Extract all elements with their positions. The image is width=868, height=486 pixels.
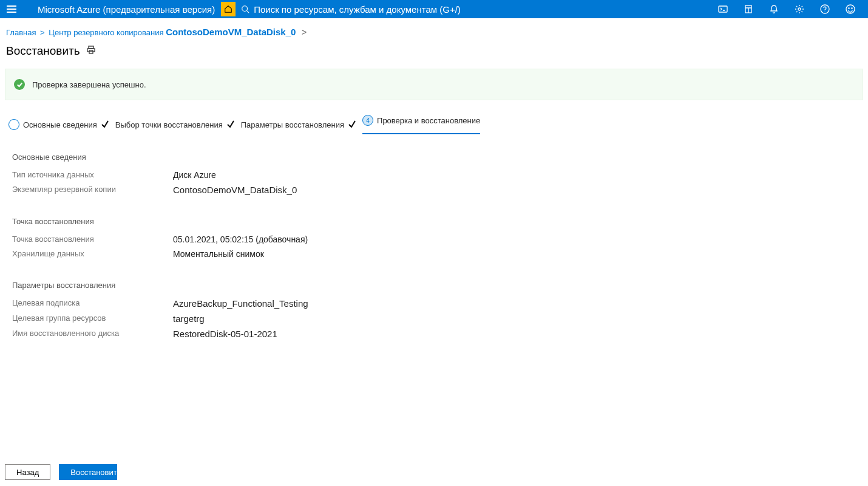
check-icon	[101, 120, 109, 130]
breadcrumb: Главная > Центр резервного копирования C…	[0, 18, 868, 42]
svg-point-5	[821, 5, 829, 13]
search-icon	[239, 5, 251, 13]
target-rg-value: targetrg	[173, 313, 205, 324]
step-number-icon: 4	[362, 115, 373, 126]
search-placeholder: Поиск по ресурсам, службам и документам …	[251, 4, 461, 15]
notifications-icon[interactable]	[761, 0, 787, 18]
review-content: Основные сведения Тип источника данных Д…	[0, 134, 868, 379]
breadcrumb-backup-center[interactable]: Центр резервного копирования	[49, 28, 163, 37]
target-rg-label: Целевая группа ресурсов	[12, 313, 173, 324]
section-title: Основные сведения	[12, 152, 856, 162]
breadcrumb-separator-icon: >	[38, 28, 47, 37]
restore-point-value: 05.01.2021, 05:02:15 (добавочная)	[173, 234, 308, 244]
step-label: Выбор точки восстановления	[115, 120, 223, 129]
check-icon	[348, 120, 356, 130]
step-restore-params[interactable]: Параметры восстановления	[241, 120, 356, 130]
step-restore-point[interactable]: Выбор точки восстановления	[115, 120, 235, 130]
cloud-shell-icon[interactable]	[710, 0, 736, 18]
check-icon	[226, 120, 235, 130]
step-circle-icon	[8, 119, 19, 130]
page-title: Восстановить	[6, 44, 80, 58]
restore-point-label: Точка восстановления	[12, 234, 173, 244]
breadcrumb-current: ContosoDemoVM_DataDisk_0	[166, 27, 296, 37]
target-subscription-label: Целевая подписка	[12, 298, 173, 309]
step-label: Параметры восстановления	[241, 120, 344, 129]
backup-instance-value: ContosoDemoVM_DataDisk_0	[173, 185, 297, 195]
step-label: Основные сведения	[23, 120, 97, 129]
svg-point-4	[798, 8, 801, 10]
section-title: Параметры восстановления	[12, 281, 856, 290]
svg-point-8	[852, 8, 852, 9]
datasource-type-value: Диск Azure	[173, 170, 216, 180]
top-bar: Microsoft Azure (предварительная версия)…	[0, 0, 868, 18]
section-title: Точка восстановления	[12, 217, 856, 226]
home-icon[interactable]	[221, 2, 236, 16]
restored-disk-name-value: RestoredDisk-05-01-2021	[173, 329, 277, 339]
restore-button[interactable]: Восстановить	[59, 464, 117, 480]
settings-icon[interactable]	[787, 0, 812, 18]
validation-banner: Проверка завершена успешно.	[5, 69, 863, 100]
page-title-row: Восстановить	[0, 42, 868, 69]
step-label: Проверка и восстановление	[377, 116, 480, 125]
directory-icon[interactable]	[736, 0, 761, 18]
svg-point-0	[242, 6, 248, 12]
svg-line-1	[247, 11, 249, 13]
validation-message: Проверка завершена успешно.	[32, 80, 146, 89]
brand-label: Microsoft Azure (предварительная версия)	[23, 4, 221, 15]
datastore-value: Моментальный снимок	[173, 249, 264, 259]
wizard-footer: Назад Восстановить	[5, 464, 117, 480]
wizard-steps: Основные сведения Выбор точки восстановл…	[0, 115, 868, 134]
top-actions	[710, 0, 868, 18]
success-icon	[14, 79, 25, 90]
chevron-right-icon: >	[298, 27, 307, 37]
svg-rect-2	[719, 6, 727, 12]
step-review-restore[interactable]: 4 Проверка и восстановление	[362, 115, 480, 134]
restored-disk-name-label: Имя восстановленного диска	[12, 329, 173, 339]
back-button[interactable]: Назад	[5, 464, 50, 480]
print-icon[interactable]	[86, 44, 96, 58]
help-icon[interactable]	[812, 0, 838, 18]
backup-instance-label: Экземпляр резервной копии	[12, 185, 173, 195]
breadcrumb-home[interactable]: Главная	[6, 28, 36, 37]
datasource-type-label: Тип источника данных	[12, 170, 173, 180]
target-subscription-value: AzureBackup_Functional_Testing	[173, 298, 308, 309]
feedback-icon[interactable]	[838, 0, 863, 18]
section-restore-params: Параметры восстановления Целевая подписк…	[12, 281, 856, 339]
svg-point-7	[849, 8, 849, 9]
menu-icon[interactable]	[0, 0, 23, 18]
global-search[interactable]: Поиск по ресурсам, службам и документам …	[239, 0, 710, 18]
section-restore-point: Точка восстановления Точка восстановлени…	[12, 217, 856, 259]
step-basics[interactable]: Основные сведения	[8, 119, 109, 130]
datastore-label: Хранилище данных	[12, 249, 173, 259]
section-basics: Основные сведения Тип источника данных Д…	[12, 152, 856, 195]
